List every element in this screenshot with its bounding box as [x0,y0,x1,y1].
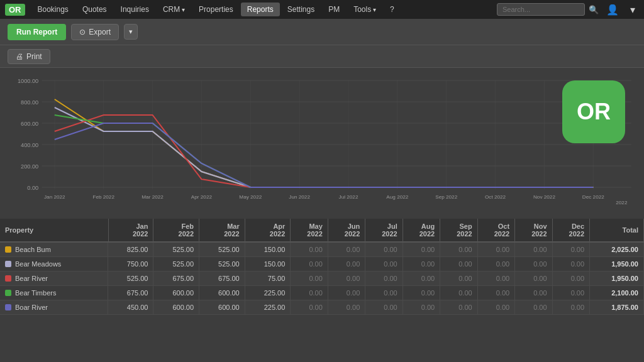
value-cell: 0.00 [552,300,589,315]
value-cell: 600.00 [153,300,199,315]
property-color-indicator [5,304,11,310]
value-cell: 0.00 [477,286,514,300]
svg-text:Nov 2022: Nov 2022 [533,194,556,200]
nav-bookings[interactable]: Bookings [31,3,75,16]
value-cell: 0.00 [328,272,365,286]
value-cell: 0.00 [328,242,365,257]
value-cell: 0.00 [402,286,440,300]
col-header-total: Total [590,219,644,242]
svg-text:0.00: 0.00 [27,185,38,191]
total-cell: 1,950.00 [590,257,644,272]
value-cell: 150.00 [245,257,291,272]
value-cell: 0.00 [515,300,552,315]
export-dropdown-button[interactable]: ▾ [124,24,138,40]
value-cell: 0.00 [477,300,514,315]
chart-line-boar-river [55,123,593,187]
svg-text:2022: 2022 [616,200,628,206]
value-cell: 225.00 [245,286,291,300]
user-icon[interactable]: 👤 [602,3,623,17]
col-header-jul: Jul2022 [365,219,402,242]
svg-text:Aug 2022: Aug 2022 [386,194,409,200]
total-cell: 2,025.00 [590,242,644,257]
value-cell: 0.00 [515,286,552,300]
value-cell: 0.00 [440,272,477,286]
nav-properties[interactable]: Properties [192,3,240,16]
col-header-property: Property [0,219,108,242]
nav-quotes[interactable]: Quotes [76,3,113,16]
chart-line-bear-timbers [55,115,593,187]
value-cell: 0.00 [402,272,440,286]
nav-reports[interactable]: Reports [241,3,280,16]
col-header-may: May2022 [291,219,328,242]
value-cell: 0.00 [477,272,514,286]
col-header-feb: Feb2022 [153,219,199,242]
search-input[interactable] [497,3,585,16]
total-cell: 1,875.00 [590,300,644,315]
search-area: 🔍 👤 ▾ [497,3,639,17]
value-cell: 0.00 [515,242,552,257]
value-cell: 0.00 [440,300,477,315]
svg-text:400.00: 400.00 [21,142,38,148]
col-header-jan: Jan2022 [108,219,153,242]
nav-pm[interactable]: PM [322,3,346,16]
property-name-label: Bear Timbers [15,289,56,297]
value-cell: 0.00 [402,257,440,272]
value-cell: 0.00 [440,242,477,257]
total-cell: 2,100.00 [590,286,644,300]
value-cell: 0.00 [291,257,328,272]
col-header-oct: Oct2022 [477,219,514,242]
toolbar: Run Report ⊙ Export ▾ [0,19,644,45]
value-cell: 0.00 [477,242,514,257]
value-cell: 600.00 [199,300,245,315]
property-name-cell: Bear River [0,272,108,285]
svg-text:Apr 2022: Apr 2022 [191,194,213,200]
property-name-label: Beach Bum [15,246,51,253]
value-cell: 750.00 [108,257,153,272]
line-chart: 1000.00 800.00 600.00 400.00 200.00 0.00… [6,74,638,212]
property-name-cell: Bear Timbers [0,286,108,300]
value-cell: 0.00 [552,286,589,300]
nav-tools[interactable]: Tools [347,3,382,16]
property-name-cell: Bear Meadows [0,257,108,271]
col-header-mar: Mar2022 [199,219,245,242]
svg-text:Jan 2022: Jan 2022 [44,194,65,200]
value-cell: 450.00 [108,300,153,315]
value-cell: 0.00 [291,286,328,300]
value-cell: 0.00 [477,257,514,272]
value-cell: 0.00 [515,272,552,286]
table-row: Boar River450.00600.00600.00225.000.000.… [0,300,644,315]
value-cell: 0.00 [440,257,477,272]
nav-settings[interactable]: Settings [281,3,321,16]
app-logo: OR [5,4,25,16]
nav-crm[interactable]: CRM [157,3,191,16]
value-cell: 0.00 [365,286,402,300]
property-name-label: Bear Meadows [15,260,61,268]
value-cell: 0.00 [440,286,477,300]
col-header-jun: Jun2022 [328,219,365,242]
value-cell: 525.00 [153,257,199,272]
nav-inquiries[interactable]: Inquiries [114,3,155,16]
value-cell: 0.00 [365,257,402,272]
print-icon: 🖨 [16,52,23,61]
col-header-aug: Aug2022 [402,219,440,242]
run-report-button[interactable]: Run Report [8,24,66,40]
value-cell: 525.00 [108,272,153,286]
table-row: Beach Bum825.00525.00525.00150.000.000.0… [0,242,644,257]
table-row: Bear River525.00675.00675.0075.000.000.0… [0,272,644,286]
print-button[interactable]: 🖨 Print [8,49,50,64]
search-icon: 🔍 [589,5,599,14]
table-row: Bear Timbers675.00600.00600.00225.000.00… [0,286,644,300]
value-cell: 675.00 [153,272,199,286]
dropdown-arrow-icon[interactable]: ▾ [626,3,639,17]
nav-help[interactable]: ? [384,3,401,16]
total-cell: 1,950.00 [590,272,644,286]
svg-text:200.00: 200.00 [21,163,38,170]
svg-text:Mar 2022: Mar 2022 [142,194,164,200]
export-icon: ⊙ [79,28,86,36]
svg-text:1000.00: 1000.00 [18,78,38,84]
value-cell: 600.00 [199,286,245,300]
export-button[interactable]: ⊙ Export [71,24,119,40]
svg-text:Jun 2022: Jun 2022 [289,194,310,200]
value-cell: 0.00 [552,242,589,257]
col-header-sep: Sep2022 [440,219,477,242]
